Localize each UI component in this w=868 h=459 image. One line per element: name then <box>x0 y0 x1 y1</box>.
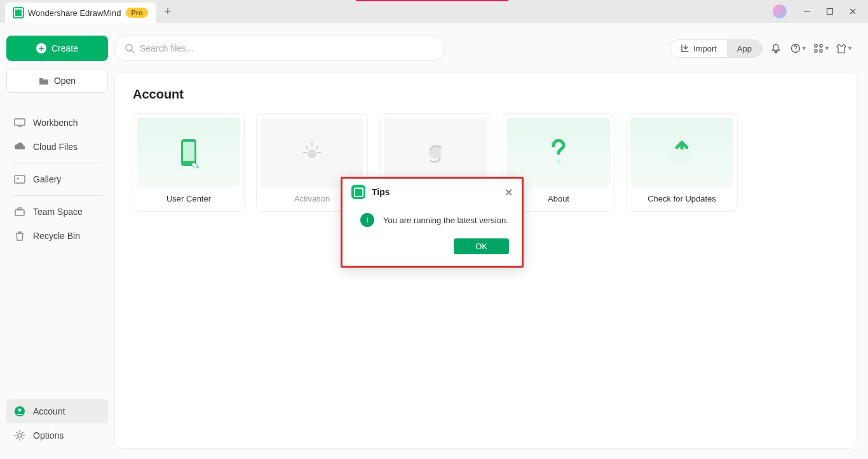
sidebar-item-recycle-bin[interactable]: Recycle Bin <box>6 224 108 248</box>
import-icon <box>681 44 689 53</box>
shirt-button[interactable]: ▼ <box>835 39 854 58</box>
new-tab-button[interactable]: + <box>165 5 172 18</box>
search-input[interactable] <box>140 43 434 53</box>
sidebar-item-workbench[interactable]: Workbench <box>6 111 108 135</box>
svg-line-27 <box>306 146 308 149</box>
sync-icon <box>421 139 449 167</box>
open-button[interactable]: Open <box>6 69 108 93</box>
folder-icon <box>39 76 49 85</box>
account-icon <box>14 406 25 417</box>
sidebar: + Create Open Workbench Cloud Files Gall… <box>0 23 114 459</box>
title-bar: Wondershare EdrawMind Pro + <box>0 0 868 23</box>
svg-rect-20 <box>820 50 822 52</box>
open-label: Open <box>54 76 76 86</box>
sidebar-divider <box>11 163 103 163</box>
search-icon <box>125 44 135 53</box>
svg-rect-19 <box>815 50 817 52</box>
svg-point-7 <box>17 178 19 180</box>
sidebar-item-label: Recycle Bin <box>33 231 80 241</box>
svg-rect-9 <box>18 208 22 210</box>
gear-icon <box>14 430 25 441</box>
question-icon <box>546 138 571 167</box>
sidebar-item-label: Team Space <box>33 207 83 217</box>
upload-cloud-icon <box>667 139 697 167</box>
svg-point-16 <box>795 50 796 51</box>
phone-icon <box>176 137 201 168</box>
notification-button[interactable] <box>766 39 785 58</box>
window-controls <box>773 3 863 20</box>
dialog-header: Tips <box>342 179 522 203</box>
plus-icon: + <box>36 43 46 53</box>
svg-line-28 <box>316 146 318 149</box>
app-tab[interactable]: Wondershare EdrawMind Pro <box>5 3 156 23</box>
svg-point-12 <box>18 434 22 437</box>
svg-point-13 <box>126 45 132 51</box>
trash-icon <box>14 230 25 242</box>
svg-point-11 <box>18 409 22 412</box>
sidebar-item-label: Cloud Files <box>33 142 78 152</box>
import-button[interactable]: Import <box>670 40 727 57</box>
import-label: Import <box>693 44 717 53</box>
sidebar-item-team-space[interactable]: Team Space <box>6 200 108 224</box>
sidebar-item-label: Workbench <box>33 118 78 128</box>
close-button[interactable] <box>843 3 863 20</box>
search-box[interactable] <box>114 36 445 61</box>
svg-rect-4 <box>15 119 25 125</box>
workbench-icon <box>14 117 25 128</box>
help-button[interactable]: ▼ <box>789 39 808 58</box>
ok-button[interactable]: OK <box>454 238 509 254</box>
app-logo-icon <box>351 185 365 199</box>
accent-strip <box>356 0 508 1</box>
panel-title: Account <box>133 87 839 102</box>
create-label: Create <box>51 43 78 53</box>
svg-rect-1 <box>827 9 833 15</box>
svg-rect-8 <box>15 210 24 216</box>
chevron-down-icon: ▼ <box>847 45 853 51</box>
svg-rect-22 <box>183 142 194 161</box>
cloud-icon <box>14 141 25 153</box>
card-thumb <box>630 118 733 188</box>
dialog-body: i You are running the latest version. <box>342 203 522 232</box>
svg-point-23 <box>308 149 316 158</box>
app-name: Wondershare EdrawMind <box>28 8 121 18</box>
gallery-icon <box>14 174 25 185</box>
briefcase-icon <box>14 206 25 217</box>
info-icon: i <box>360 213 374 227</box>
sidebar-divider <box>11 195 103 196</box>
top-toolbar: Import App ▼ ▼ ▼ <box>114 36 858 61</box>
card-check-updates[interactable]: Check for Updates <box>626 113 738 212</box>
svg-rect-17 <box>815 45 817 47</box>
app-button[interactable]: App <box>727 40 762 57</box>
sidebar-item-gallery[interactable]: Gallery <box>6 167 108 191</box>
dialog-message: You are running the latest version. <box>383 216 508 225</box>
minimize-button[interactable] <box>797 3 817 20</box>
dialog-close-button[interactable] <box>505 188 513 196</box>
sidebar-item-label: Gallery <box>33 174 61 184</box>
card-thumb <box>137 118 240 188</box>
sidebar-item-label: Options <box>33 430 64 441</box>
chevron-down-icon: ▼ <box>801 45 807 51</box>
svg-rect-6 <box>15 175 25 183</box>
sun-icon <box>298 139 326 167</box>
sidebar-item-label: Account <box>33 406 65 416</box>
dialog-footer: OK <box>342 232 522 266</box>
card-label: Check for Updates <box>630 194 733 203</box>
sidebar-item-account[interactable]: Account <box>6 399 108 423</box>
tips-dialog: Tips i You are running the latest versio… <box>341 177 524 268</box>
card-label: User Center <box>137 194 240 203</box>
import-app-group: Import App <box>670 39 763 58</box>
app-label: App <box>737 44 752 53</box>
sidebar-item-options[interactable]: Options <box>6 423 108 448</box>
apps-grid-button[interactable]: ▼ <box>812 39 831 58</box>
maximize-button[interactable] <box>820 3 840 20</box>
pro-badge: Pro <box>126 8 147 18</box>
create-button[interactable]: + Create <box>6 36 108 61</box>
sidebar-item-cloud-files[interactable]: Cloud Files <box>6 135 108 159</box>
svg-line-14 <box>132 50 134 53</box>
dialog-title: Tips <box>372 187 390 197</box>
card-user-center[interactable]: User Center <box>133 113 245 212</box>
avatar-icon[interactable] <box>773 4 787 18</box>
svg-rect-18 <box>820 45 822 47</box>
chevron-down-icon: ▼ <box>824 45 830 51</box>
app-logo-icon <box>13 7 24 18</box>
